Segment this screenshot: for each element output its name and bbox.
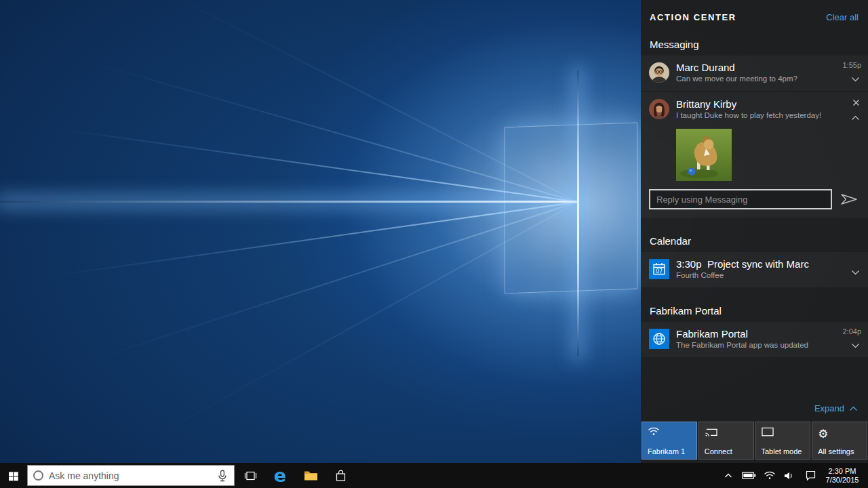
- task-view-icon: [244, 471, 257, 481]
- expand-quick-actions-button[interactable]: Expand: [641, 402, 868, 422]
- store-button[interactable]: [326, 463, 355, 488]
- notification-head: Marc Durand Can we move our meeting to 4…: [649, 61, 861, 84]
- notification-body: Fabrikam Portal The Fabrikam Portal app …: [669, 327, 839, 350]
- edge-browser-button[interactable]: e: [265, 463, 295, 488]
- wallpaper-vertical-beam: [577, 71, 579, 356]
- dog-photo-attachment[interactable]: [676, 129, 732, 181]
- notification-calendar-event[interactable]: 07 3:30p Project sync with Marc Fourth C…: [641, 252, 868, 287]
- wallpaper-window-shape: [505, 123, 637, 294]
- battery-tray-button[interactable]: [740, 463, 757, 488]
- action-center-panel: ACTION CENTER Clear all Messaging: [641, 0, 868, 463]
- reply-row: [649, 189, 861, 209]
- screen: ACTION CENTER Clear all Messaging: [0, 0, 868, 488]
- notification-title: Marc Durand: [676, 61, 839, 74]
- notification-head: Brittany Kirby I taught Duke how to play…: [649, 98, 861, 122]
- folder-icon: [304, 470, 318, 481]
- settings-gear-icon: ⚙: [818, 427, 831, 441]
- notification-time: 1:55p: [842, 61, 861, 69]
- clear-all-button[interactable]: Clear all: [826, 12, 859, 22]
- notification-meta: [846, 258, 861, 281]
- start-button[interactable]: [0, 463, 27, 488]
- battery-icon: [742, 472, 756, 479]
- event-time: 3:30p: [676, 258, 702, 270]
- quick-action-label: Connect: [705, 447, 732, 455]
- collapse-notification-button[interactable]: [850, 114, 861, 122]
- notification-brittany-kirby[interactable]: Brittany Kirby I taught Duke how to play…: [641, 92, 868, 218]
- taskbar-search: [27, 465, 235, 486]
- notification-meta: 1:55p: [839, 61, 861, 83]
- event-title-line: 3:30p Project sync with Marc: [676, 258, 846, 270]
- send-reply-button[interactable]: [838, 191, 860, 207]
- svg-text:07: 07: [656, 268, 663, 274]
- expand-notification-button[interactable]: [850, 75, 861, 83]
- taskbar: e: [0, 463, 868, 488]
- event-location: Fourth Coffee: [676, 270, 846, 281]
- action-center-icon: [806, 470, 816, 481]
- notification-body: Brittany Kirby I taught Duke how to play…: [669, 98, 846, 121]
- quick-action-label: Fabrikam 1: [648, 447, 685, 455]
- chevron-down-icon: [851, 74, 860, 84]
- action-center-header: ACTION CENTER Clear all: [641, 0, 868, 22]
- notification-message: The Fabrikam Portal app was updated: [676, 340, 839, 350]
- expand-notification-button[interactable]: [850, 342, 861, 350]
- quick-action-tablet-mode[interactable]: Tablet mode: [755, 422, 811, 460]
- light-ray: [0, 119, 578, 203]
- microphone-icon[interactable]: [218, 470, 229, 482]
- notification-time: 2:04p: [842, 327, 861, 336]
- chevron-down-icon: [851, 267, 860, 277]
- close-icon: [852, 98, 860, 108]
- notification-body: Marc Durand Can we move our meeting to 4…: [669, 61, 839, 84]
- send-icon: [840, 197, 858, 207]
- quick-actions-row: Fabrikam 1 Connect Tablet mode ⚙ All set…: [641, 422, 868, 460]
- calendar-section-header: Calendar: [641, 235, 868, 247]
- light-ray: [23, 201, 578, 383]
- file-explorer-button[interactable]: [296, 463, 326, 488]
- quick-action-label: All settings: [818, 447, 854, 455]
- cortana-icon[interactable]: [33, 470, 43, 481]
- notification-marc-durand[interactable]: Marc Durand Can we move our meeting to 4…: [641, 56, 868, 91]
- marc-avatar: [649, 62, 669, 83]
- search-input[interactable]: [43, 470, 218, 481]
- chevron-up-icon: [849, 402, 858, 414]
- taskbar-clock[interactable]: 2:30 PM 7/30/2015: [821, 463, 864, 488]
- quick-action-wifi-fabrikam1[interactable]: Fabrikam 1: [642, 422, 697, 460]
- clock-date: 7/30/2015: [826, 476, 859, 485]
- notification-fabrikam-portal[interactable]: Fabrikam Portal The Fabrikam Portal app …: [641, 322, 868, 357]
- connect-icon: [705, 427, 718, 441]
- notification-head: Fabrikam Portal The Fabrikam Portal app …: [649, 327, 861, 350]
- edge-icon: e: [274, 466, 286, 485]
- quick-action-connect[interactable]: Connect: [698, 422, 754, 460]
- chevron-down-icon: [851, 340, 860, 350]
- reply-input[interactable]: [649, 189, 832, 209]
- network-tray-button[interactable]: [761, 463, 778, 488]
- tablet-mode-icon: [762, 427, 775, 441]
- light-ray: [0, 201, 578, 285]
- shopping-bag-icon: [336, 470, 346, 482]
- quick-action-label: Tablet mode: [762, 447, 802, 455]
- action-center-tray-button[interactable]: [802, 463, 819, 488]
- chevron-up-icon: [851, 113, 860, 123]
- show-hidden-icons-button[interactable]: [720, 463, 736, 488]
- notification-message: I taught Duke how to play fetch yesterda…: [676, 110, 846, 121]
- windows-logo-icon: [8, 470, 19, 481]
- notification-meta: [846, 98, 861, 122]
- volume-tray-button[interactable]: [780, 463, 797, 488]
- notification-head: 07 3:30p Project sync with Marc Fourth C…: [649, 258, 861, 281]
- network-wifi-icon: [764, 471, 776, 480]
- fabrikam-section-header: Fabrikam Portal: [641, 305, 868, 317]
- quick-action-all-settings[interactable]: ⚙ All settings: [812, 422, 867, 460]
- light-ray: [91, 201, 578, 463]
- messaging-section-header: Messaging: [641, 39, 868, 50]
- notification-body: 3:30p Project sync with Marc Fourth Coff…: [669, 258, 846, 281]
- calendar-app-icon: 07: [649, 259, 669, 279]
- wallpaper-horizontal-beam: [0, 201, 579, 203]
- speaker-icon: [784, 472, 793, 480]
- event-title: Project sync with Marc: [707, 258, 809, 270]
- close-notification-button[interactable]: [851, 98, 861, 108]
- light-ray: [82, 0, 578, 203]
- task-view-button[interactable]: [237, 463, 264, 488]
- wifi-icon: [648, 427, 661, 441]
- light-ray: [17, 41, 578, 203]
- clock-time: 2:30 PM: [829, 467, 856, 476]
- expand-notification-button[interactable]: [850, 268, 861, 277]
